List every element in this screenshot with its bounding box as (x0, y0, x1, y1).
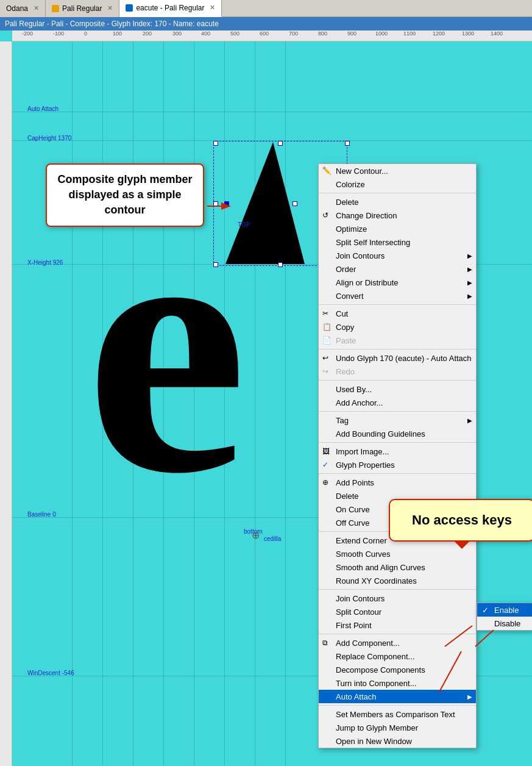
menu-smooth-curves[interactable]: Smooth Curves (319, 547, 476, 560)
tab-eacute-label: eacute - Pali Regular (136, 4, 204, 12)
menu-glyph-properties[interactable]: ✓ Glyph Properties (319, 458, 476, 471)
ruler-tick: 500 (230, 30, 239, 37)
menu-turn-into-label: Turn into Component... (336, 679, 416, 688)
handle-ml[interactable] (213, 201, 218, 206)
ruler-tick: -100 (53, 30, 64, 37)
menu-new-contour[interactable]: ✏️ New Contour... (319, 164, 476, 177)
menu-first-point[interactable]: First Point (319, 618, 476, 632)
menu-import-image[interactable]: 🖼 Import Image... (319, 445, 476, 458)
menu-replace-component[interactable]: Replace Component... (319, 650, 476, 663)
menu-delete2-label: Delete (336, 492, 359, 501)
menu-join-contours2[interactable]: Join Contours (319, 592, 476, 605)
ruler-vertical (0, 41, 12, 766)
ruler-tick: 600 (260, 30, 269, 37)
tab-odana-label: Odana (6, 4, 28, 13)
menu-set-members[interactable]: Set Members as Comparison Text (319, 707, 476, 721)
menu-split-self[interactable]: Split Self Intersecting (319, 235, 476, 249)
menu-split-self-label: Split Self Intersecting (336, 238, 410, 247)
ruler-tick: -200 (22, 30, 33, 37)
menu-turn-into[interactable]: Turn into Component... (319, 676, 476, 690)
menu-sep-2 (319, 304, 476, 305)
menu-align-distribute[interactable]: Align or Distribute (319, 276, 476, 289)
menu-add-component-label: Add Component... (336, 639, 400, 648)
menu-colorize-label: Colorize (336, 180, 365, 189)
svg-line-2 (475, 630, 494, 646)
tab-bar: Odana ✕ Pali Regular ✕ eacute - Pali Reg… (0, 0, 532, 17)
submenu-enable[interactable]: Enable (477, 603, 532, 617)
menu-decompose-label: Decompose Components (336, 665, 425, 675)
move-cursor: ⊕ (252, 529, 260, 541)
menu-sep-5 (319, 411, 476, 412)
menu-sep-1 (319, 193, 476, 193)
label-win-descent: WinDescent -546 (27, 670, 74, 676)
handle-center[interactable] (224, 201, 229, 206)
menu-used-by[interactable]: Used By... (319, 382, 476, 396)
menu-on-curve-label: On Curve (336, 505, 370, 514)
menu-delete-label: Delete (336, 198, 359, 207)
menu-set-members-label: Set Members as Comparison Text (336, 710, 455, 719)
handle-tm[interactable] (278, 141, 283, 146)
menu-change-direction-label: Change Direction (336, 211, 397, 220)
copy-icon: 📋 (322, 323, 332, 331)
menu-optimize-label: Optimize (336, 224, 367, 234)
menu-optimize[interactable]: Optimize (319, 222, 476, 235)
tab-eacute-close[interactable]: ✕ (210, 4, 215, 12)
menu-tag[interactable]: Tag (319, 413, 476, 427)
handle-tl[interactable] (213, 141, 218, 146)
menu-jump-to-glyph[interactable]: Jump to Glyph Member (319, 721, 476, 734)
menu-paste[interactable]: 📄 Paste (319, 334, 476, 347)
menu-join-contours-label: Join Contours (336, 251, 385, 260)
menu-add-anchor[interactable]: Add Anchor... (319, 396, 476, 409)
submenu-auto-attach: Enable Disable (477, 603, 532, 631)
menu-copy[interactable]: 📋 Copy (319, 320, 476, 334)
tab-eacute[interactable]: eacute - Pali Regular ✕ (119, 0, 222, 17)
menu-extend-corner-label: Extend Corner (336, 536, 387, 545)
menu-split-contour-label: Split Contour (336, 607, 381, 617)
tab-odana-close[interactable]: ✕ (34, 4, 39, 12)
menu-round-xy[interactable]: Round XY Coordinates (319, 574, 476, 587)
ruler-tick: 1000 (375, 30, 388, 37)
menu-split-contour[interactable]: Split Contour (319, 605, 476, 618)
menu-auto-attach[interactable]: Auto Attach (319, 690, 476, 703)
menu-add-points[interactable]: ⊕ Add Points (319, 476, 476, 489)
tab-pali-favicon (52, 5, 59, 12)
menu-open-new-window[interactable]: Open in New Window (319, 734, 476, 748)
handle-mr[interactable] (293, 201, 297, 206)
tab-pali-regular[interactable]: Pali Regular ✕ (46, 0, 119, 17)
menu-redo[interactable]: ↪ Redo (319, 365, 476, 378)
submenu-disable-label: Disable (494, 619, 520, 628)
menu-sep-6 (319, 442, 476, 443)
ruler-tick: 1100 (403, 30, 416, 37)
menu-add-bounding[interactable]: Add Bounding Guidelines (319, 427, 476, 440)
handle-tr[interactable] (345, 141, 350, 146)
menu-cut-label: Cut (336, 309, 348, 318)
menu-jump-to-glyph-label: Jump to Glyph Member (336, 723, 418, 732)
handle-bm[interactable] (278, 262, 283, 267)
menu-redo-label: Redo (336, 367, 355, 376)
menu-join-contours[interactable]: Join Contours (319, 249, 476, 262)
menu-order[interactable]: Order (319, 262, 476, 276)
tab-pali-close[interactable]: ✕ (107, 4, 113, 12)
tab-odana[interactable]: Odana ✕ (0, 0, 46, 17)
menu-sep-7 (319, 473, 476, 474)
menu-add-component[interactable]: ⧉ Add Component... (319, 636, 476, 650)
menu-decompose[interactable]: Decompose Components (319, 663, 476, 676)
menu-add-bounding-label: Add Bounding Guidelines (336, 429, 425, 438)
menu-change-direction[interactable]: ↺ Change Direction (319, 209, 476, 222)
menu-sep-4 (319, 380, 476, 381)
menu-delete[interactable]: Delete (319, 195, 476, 209)
menu-smooth-align[interactable]: Smooth and Align Curves (319, 560, 476, 574)
menu-import-image-label: Import Image... (336, 447, 389, 456)
menu-tag-label: Tag (336, 416, 349, 425)
label-cap-height: CapHeight 1370 (27, 135, 71, 141)
submenu-disable[interactable]: Disable (477, 617, 532, 630)
menu-sep-11 (319, 705, 476, 706)
menu-colorize[interactable]: Colorize (319, 177, 476, 191)
no-access-keys-tooltip: No access keys (389, 499, 532, 542)
label-cedilla: cedilla (264, 535, 281, 542)
menu-convert[interactable]: Convert (319, 289, 476, 302)
menu-copy-label: Copy (336, 323, 354, 332)
menu-undo[interactable]: ↩ Undo Glyph 170 (eacute) - Auto Attach (319, 351, 476, 365)
menu-cut[interactable]: ✂ Cut (319, 307, 476, 320)
handle-bl[interactable] (213, 262, 218, 267)
